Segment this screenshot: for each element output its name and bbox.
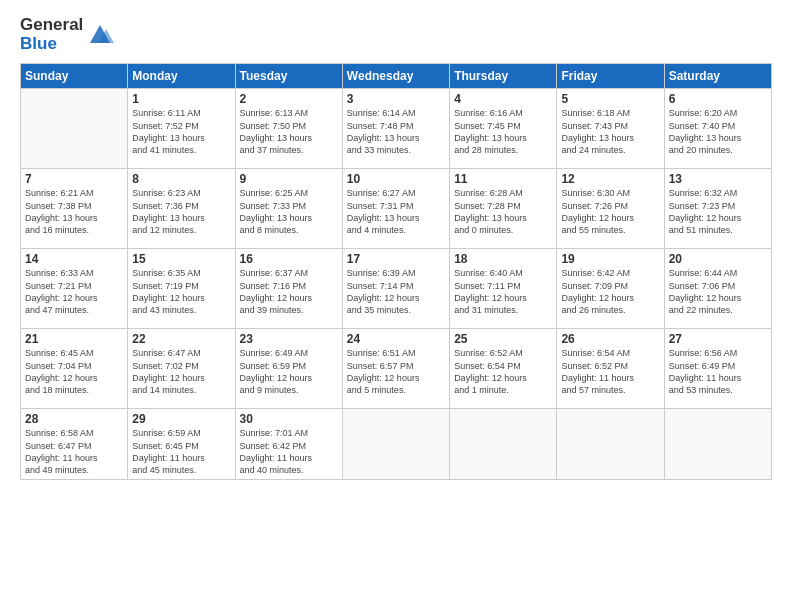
- day-number: 14: [25, 252, 123, 266]
- calendar-cell: [450, 409, 557, 480]
- day-info: Sunrise: 6:42 AM Sunset: 7:09 PM Dayligh…: [561, 267, 659, 316]
- calendar-header-row: SundayMondayTuesdayWednesdayThursdayFrid…: [21, 64, 772, 89]
- day-info: Sunrise: 6:35 AM Sunset: 7:19 PM Dayligh…: [132, 267, 230, 316]
- day-number: 1: [132, 92, 230, 106]
- calendar-cell: 5Sunrise: 6:18 AM Sunset: 7:43 PM Daylig…: [557, 89, 664, 169]
- day-number: 6: [669, 92, 767, 106]
- day-number: 27: [669, 332, 767, 346]
- calendar-cell: 3Sunrise: 6:14 AM Sunset: 7:48 PM Daylig…: [342, 89, 449, 169]
- calendar-week-row: 28Sunrise: 6:58 AM Sunset: 6:47 PM Dayli…: [21, 409, 772, 480]
- calendar-cell: 13Sunrise: 6:32 AM Sunset: 7:23 PM Dayli…: [664, 169, 771, 249]
- day-number: 13: [669, 172, 767, 186]
- day-number: 25: [454, 332, 552, 346]
- day-info: Sunrise: 6:47 AM Sunset: 7:02 PM Dayligh…: [132, 347, 230, 396]
- calendar-cell: 24Sunrise: 6:51 AM Sunset: 6:57 PM Dayli…: [342, 329, 449, 409]
- calendar-cell: [557, 409, 664, 480]
- calendar-week-row: 14Sunrise: 6:33 AM Sunset: 7:21 PM Dayli…: [21, 249, 772, 329]
- page: General Blue SundayMondayTuesdayWednesda…: [0, 0, 792, 612]
- calendar-cell: 2Sunrise: 6:13 AM Sunset: 7:50 PM Daylig…: [235, 89, 342, 169]
- day-number: 3: [347, 92, 445, 106]
- day-number: 24: [347, 332, 445, 346]
- day-info: Sunrise: 6:52 AM Sunset: 6:54 PM Dayligh…: [454, 347, 552, 396]
- day-number: 5: [561, 92, 659, 106]
- day-info: Sunrise: 6:21 AM Sunset: 7:38 PM Dayligh…: [25, 187, 123, 236]
- calendar-cell: [664, 409, 771, 480]
- weekday-header: Tuesday: [235, 64, 342, 89]
- weekday-header: Sunday: [21, 64, 128, 89]
- calendar-cell: 28Sunrise: 6:58 AM Sunset: 6:47 PM Dayli…: [21, 409, 128, 480]
- day-info: Sunrise: 6:59 AM Sunset: 6:45 PM Dayligh…: [132, 427, 230, 476]
- calendar-cell: 27Sunrise: 6:56 AM Sunset: 6:49 PM Dayli…: [664, 329, 771, 409]
- day-info: Sunrise: 6:25 AM Sunset: 7:33 PM Dayligh…: [240, 187, 338, 236]
- day-number: 19: [561, 252, 659, 266]
- calendar-cell: 29Sunrise: 6:59 AM Sunset: 6:45 PM Dayli…: [128, 409, 235, 480]
- calendar-cell: 17Sunrise: 6:39 AM Sunset: 7:14 PM Dayli…: [342, 249, 449, 329]
- calendar-cell: 10Sunrise: 6:27 AM Sunset: 7:31 PM Dayli…: [342, 169, 449, 249]
- calendar-cell: 26Sunrise: 6:54 AM Sunset: 6:52 PM Dayli…: [557, 329, 664, 409]
- day-number: 17: [347, 252, 445, 266]
- calendar-cell: [21, 89, 128, 169]
- day-info: Sunrise: 6:30 AM Sunset: 7:26 PM Dayligh…: [561, 187, 659, 236]
- day-info: Sunrise: 6:37 AM Sunset: 7:16 PM Dayligh…: [240, 267, 338, 316]
- weekday-header: Monday: [128, 64, 235, 89]
- day-number: 20: [669, 252, 767, 266]
- calendar-cell: 11Sunrise: 6:28 AM Sunset: 7:28 PM Dayli…: [450, 169, 557, 249]
- calendar-cell: 20Sunrise: 6:44 AM Sunset: 7:06 PM Dayli…: [664, 249, 771, 329]
- calendar-cell: 22Sunrise: 6:47 AM Sunset: 7:02 PM Dayli…: [128, 329, 235, 409]
- day-number: 28: [25, 412, 123, 426]
- calendar-cell: 6Sunrise: 6:20 AM Sunset: 7:40 PM Daylig…: [664, 89, 771, 169]
- logo-blue: Blue: [20, 35, 83, 54]
- day-info: Sunrise: 6:28 AM Sunset: 7:28 PM Dayligh…: [454, 187, 552, 236]
- day-number: 11: [454, 172, 552, 186]
- day-info: Sunrise: 6:16 AM Sunset: 7:45 PM Dayligh…: [454, 107, 552, 156]
- calendar-cell: 30Sunrise: 7:01 AM Sunset: 6:42 PM Dayli…: [235, 409, 342, 480]
- calendar-cell: 9Sunrise: 6:25 AM Sunset: 7:33 PM Daylig…: [235, 169, 342, 249]
- calendar-cell: 15Sunrise: 6:35 AM Sunset: 7:19 PM Dayli…: [128, 249, 235, 329]
- day-info: Sunrise: 6:11 AM Sunset: 7:52 PM Dayligh…: [132, 107, 230, 156]
- day-number: 15: [132, 252, 230, 266]
- weekday-header: Saturday: [664, 64, 771, 89]
- day-info: Sunrise: 6:56 AM Sunset: 6:49 PM Dayligh…: [669, 347, 767, 396]
- day-info: Sunrise: 6:20 AM Sunset: 7:40 PM Dayligh…: [669, 107, 767, 156]
- day-number: 7: [25, 172, 123, 186]
- calendar-cell: 23Sunrise: 6:49 AM Sunset: 6:59 PM Dayli…: [235, 329, 342, 409]
- day-info: Sunrise: 6:54 AM Sunset: 6:52 PM Dayligh…: [561, 347, 659, 396]
- calendar-week-row: 7Sunrise: 6:21 AM Sunset: 7:38 PM Daylig…: [21, 169, 772, 249]
- day-number: 26: [561, 332, 659, 346]
- day-info: Sunrise: 6:33 AM Sunset: 7:21 PM Dayligh…: [25, 267, 123, 316]
- day-number: 29: [132, 412, 230, 426]
- weekday-header: Thursday: [450, 64, 557, 89]
- day-info: Sunrise: 6:13 AM Sunset: 7:50 PM Dayligh…: [240, 107, 338, 156]
- day-info: Sunrise: 7:01 AM Sunset: 6:42 PM Dayligh…: [240, 427, 338, 476]
- day-info: Sunrise: 6:45 AM Sunset: 7:04 PM Dayligh…: [25, 347, 123, 396]
- day-number: 4: [454, 92, 552, 106]
- calendar-cell: 21Sunrise: 6:45 AM Sunset: 7:04 PM Dayli…: [21, 329, 128, 409]
- weekday-header: Friday: [557, 64, 664, 89]
- logo: General Blue: [20, 16, 114, 53]
- calendar-cell: [342, 409, 449, 480]
- header: General Blue: [20, 16, 772, 53]
- calendar-cell: 12Sunrise: 6:30 AM Sunset: 7:26 PM Dayli…: [557, 169, 664, 249]
- calendar-cell: 8Sunrise: 6:23 AM Sunset: 7:36 PM Daylig…: [128, 169, 235, 249]
- day-number: 9: [240, 172, 338, 186]
- day-number: 2: [240, 92, 338, 106]
- calendar-cell: 1Sunrise: 6:11 AM Sunset: 7:52 PM Daylig…: [128, 89, 235, 169]
- calendar-cell: 16Sunrise: 6:37 AM Sunset: 7:16 PM Dayli…: [235, 249, 342, 329]
- day-info: Sunrise: 6:23 AM Sunset: 7:36 PM Dayligh…: [132, 187, 230, 236]
- calendar-cell: 4Sunrise: 6:16 AM Sunset: 7:45 PM Daylig…: [450, 89, 557, 169]
- day-number: 30: [240, 412, 338, 426]
- weekday-header: Wednesday: [342, 64, 449, 89]
- calendar-week-row: 21Sunrise: 6:45 AM Sunset: 7:04 PM Dayli…: [21, 329, 772, 409]
- day-number: 23: [240, 332, 338, 346]
- day-info: Sunrise: 6:39 AM Sunset: 7:14 PM Dayligh…: [347, 267, 445, 316]
- day-number: 22: [132, 332, 230, 346]
- day-number: 18: [454, 252, 552, 266]
- calendar-cell: 18Sunrise: 6:40 AM Sunset: 7:11 PM Dayli…: [450, 249, 557, 329]
- logo-icon: [86, 19, 114, 47]
- day-number: 16: [240, 252, 338, 266]
- day-info: Sunrise: 6:51 AM Sunset: 6:57 PM Dayligh…: [347, 347, 445, 396]
- calendar-week-row: 1Sunrise: 6:11 AM Sunset: 7:52 PM Daylig…: [21, 89, 772, 169]
- day-number: 8: [132, 172, 230, 186]
- day-number: 12: [561, 172, 659, 186]
- day-info: Sunrise: 6:44 AM Sunset: 7:06 PM Dayligh…: [669, 267, 767, 316]
